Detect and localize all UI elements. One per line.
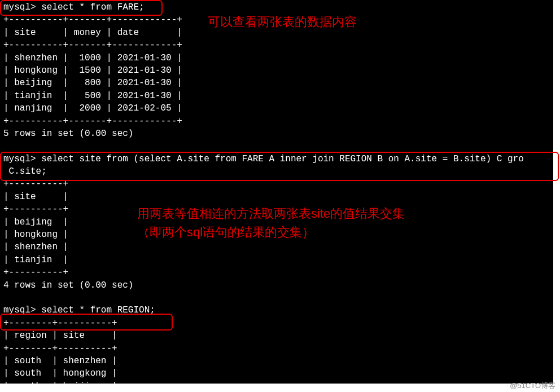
watermark: @51CTO博客 <box>510 381 555 391</box>
table1-footer: 5 rows in set (0.00 sec) <box>3 129 133 139</box>
query-2-line1: mysql> select site from (select A.site f… <box>3 154 524 164</box>
annotation-2: 用两表等值相连的方法取两张表site的值结果交集 （即两个sql语句的结果的交集… <box>137 204 405 241</box>
table3-row: | south | shenzhen | <box>3 356 117 366</box>
table2-border: +----------+ <box>3 204 68 214</box>
table2-row: | beijing | <box>3 217 68 227</box>
table1-row: | nanjing | 2000 | 2021-02-05 | <box>3 103 182 113</box>
table1-row: | beijing | 800 | 2021-01-30 | <box>3 78 182 88</box>
table1-row: | shenzhen | 1000 | 2021-01-30 | <box>3 53 182 63</box>
annotation-1: 可以查看两张表的数据内容 <box>208 12 357 31</box>
table2-row: | shenzhen | <box>3 242 68 252</box>
table3-row: | south | hongkong | <box>3 368 117 378</box>
table2-row: | tianjin | <box>3 255 68 265</box>
table2-border: +----------+ <box>3 179 68 189</box>
query-3: mysql> select * from REGION; <box>3 305 155 315</box>
table2-row: | hongkong | <box>3 230 68 240</box>
table3-border: +--------+----------+ <box>3 343 117 354</box>
table2-header: | site | <box>3 192 68 202</box>
query-1: mysql> select * from FARE; <box>3 2 145 12</box>
table1-border: +----------+-------+------------+ <box>3 116 182 126</box>
table1-row: | tianjin | 500 | 2021-01-30 | <box>3 91 182 101</box>
table3-header: | region | site | <box>3 331 117 341</box>
table1-border: +----------+-------+------------+ <box>3 40 182 50</box>
table3-border: +--------+----------+ <box>3 318 117 328</box>
table3-row: | north | beijing | <box>3 381 117 384</box>
table1-header: | site | money | date | <box>3 28 182 38</box>
table2-border: +----------+ <box>3 267 68 278</box>
terminal-window: mysql> select * from FARE; +----------+-… <box>0 0 553 384</box>
table1-border: +----------+-------+------------+ <box>3 15 182 25</box>
table2-footer: 4 rows in set (0.00 sec) <box>3 280 133 290</box>
query-2-line2: C.site; <box>3 166 47 177</box>
table1-row: | hongkong | 1500 | 2021-01-30 | <box>3 65 182 76</box>
